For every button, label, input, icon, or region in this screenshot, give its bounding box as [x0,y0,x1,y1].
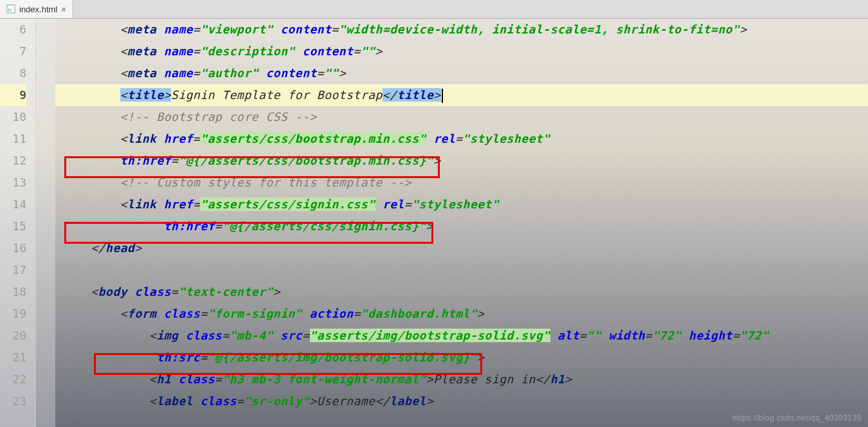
line-number: 18 [0,281,26,303]
line-number: 23 [0,390,26,412]
code-line[interactable]: <img class="mb-4" src="asserts/img/boots… [55,325,868,347]
code-line[interactable]: <!-- Bootstrap core CSS --> [55,106,868,128]
fold-column [36,19,55,427]
code-line[interactable]: <link href="asserts/css/bootstrap.min.cs… [55,128,868,150]
line-number: 21 [0,347,26,368]
close-icon[interactable]: × [61,5,66,14]
code-line[interactable]: th:href="@{/asserts/css/bootstrap.min.cs… [55,150,868,172]
code-line[interactable]: </head> [55,237,868,259]
code-line[interactable]: th:src="@{/asserts/img/bootstrap-solid.s… [55,347,868,368]
line-number: 12 [0,150,26,172]
line-number: 17 [0,259,26,281]
code-line[interactable]: <form class="form-signin" action="dashbo… [55,303,868,325]
line-number: 19 [0,303,26,325]
watermark-text: https://blog.csdn.net/qq_40393135 [732,413,862,422]
line-number: 15 [0,215,26,237]
code-line[interactable]: <meta name="viewport" content="width=dev… [55,19,868,41]
line-number: 22 [0,368,26,390]
tab-filename: index.html [19,5,57,14]
line-number: 20 [0,325,26,347]
line-number-gutter: 67891011121314151617181920212223 [0,19,36,427]
tab-bar: H index.html × [0,0,868,19]
text-caret [442,89,443,103]
svg-text:H: H [8,8,12,12]
code-line[interactable]: <link href="asserts/css/signin.css" rel=… [55,194,868,215]
code-line[interactable]: <meta name="description" content=""> [55,41,868,62]
line-number: 10 [0,106,26,128]
html-file-icon: H [6,5,15,14]
code-line[interactable]: <h1 class="h3 mb-3 font-weight-normal">P… [55,368,868,390]
code-line[interactable]: <!-- Custom styles for this template --> [55,172,868,194]
code-editor[interactable]: 67891011121314151617181920212223 <meta n… [0,19,868,427]
line-number: 6 [0,19,26,41]
code-area[interactable]: <meta name="viewport" content="width=dev… [55,19,868,427]
code-line[interactable]: th:href="@{/asserts/css/signin.css}"> [55,215,868,237]
line-number: 13 [0,172,26,194]
line-number: 8 [0,62,26,84]
line-number: 7 [0,41,26,62]
code-line[interactable] [55,259,868,281]
line-number: 9 [0,84,26,106]
line-number: 16 [0,237,26,259]
line-number: 11 [0,128,26,150]
code-line[interactable]: <body class="text-center"> [55,281,868,303]
file-tab[interactable]: H index.html × [0,0,73,18]
code-line[interactable]: <meta name="author" content=""> [55,62,868,84]
line-number: 14 [0,194,26,215]
code-line[interactable]: <title>Signin Template for Bootstrap</ti… [55,84,868,106]
code-line[interactable]: <label class="sr-only">Username</label> [55,390,868,412]
